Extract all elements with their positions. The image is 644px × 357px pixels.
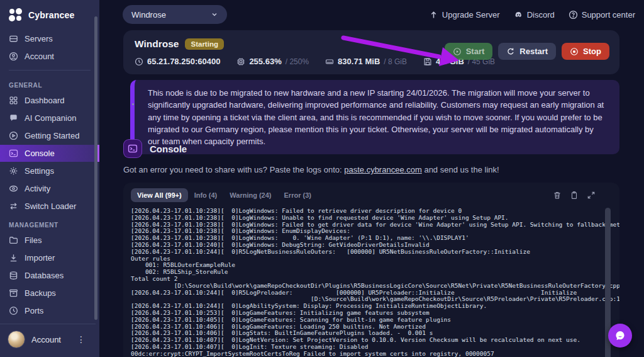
log-line: [D:\Source\Build\work\gameRepoCheckoutDi… bbox=[131, 283, 604, 290]
sidebar-item-files[interactable]: Files bbox=[0, 232, 99, 249]
sidebar-item-label: AI Companion bbox=[25, 113, 76, 123]
chat-icon bbox=[9, 113, 18, 123]
console-toolbar: View All (99+) Info (4) Warning (24) Err… bbox=[123, 183, 619, 206]
server-selector-value: Windrose bbox=[131, 10, 166, 20]
sidebar-item-label: Backups bbox=[25, 288, 56, 298]
console-panel: View All (99+) Info (4) Warning (24) Err… bbox=[123, 183, 619, 357]
help-prefix: Got an error you need to share with us? … bbox=[123, 165, 344, 174]
sidebar-item-account[interactable]: Account bbox=[0, 48, 99, 65]
support-center-label: Support center bbox=[582, 10, 635, 20]
gear-icon bbox=[9, 166, 18, 176]
swap-arrows-icon bbox=[9, 201, 18, 211]
brand-name: Cybrancee bbox=[28, 10, 74, 20]
restart-button[interactable]: Restart bbox=[498, 43, 556, 60]
sidebar-item-console[interactable]: Console bbox=[0, 145, 99, 162]
copy-icon[interactable] bbox=[570, 191, 579, 200]
stat-memory: 830.71 MiB / 8 GiB bbox=[325, 57, 407, 66]
sidebar-item-getting-started[interactable]: Getting Started bbox=[0, 127, 99, 144]
archive-icon bbox=[9, 288, 18, 298]
paste-link[interactable]: paste.cybrancee.com bbox=[344, 165, 422, 174]
paste-help-line: Got an error you need to share with us? … bbox=[123, 165, 499, 174]
tab-warning[interactable]: Warning (24) bbox=[223, 188, 277, 202]
sidebar-item-activity[interactable]: Activity bbox=[0, 180, 99, 197]
sidebar: Cybrancee Servers Account GENERAL Dashbo… bbox=[0, 0, 99, 357]
stat-ip: 65.21.78.250:60400 bbox=[135, 57, 220, 66]
start-button[interactable]: Start bbox=[445, 43, 493, 60]
sidebar-item-switch-loader[interactable]: Switch Loader bbox=[0, 198, 99, 215]
app-root: Cybrancee Servers Account GENERAL Dashbo… bbox=[0, 0, 644, 357]
notice-dot bbox=[132, 103, 134, 105]
upgrade-server-label: Upgrade Server bbox=[442, 10, 500, 20]
restart-icon bbox=[506, 47, 515, 56]
sidebar-scrollbar[interactable] bbox=[94, 16, 97, 320]
start-label: Start bbox=[466, 47, 485, 56]
brand[interactable]: Cybrancee bbox=[0, 0, 99, 30]
avatar bbox=[8, 331, 25, 348]
kebab-menu-icon[interactable]: ⋮ bbox=[74, 334, 88, 345]
log-line: 002: R5BLShip_StoreRule bbox=[131, 269, 604, 276]
migration-notice-text: This node is due to be migrated to new h… bbox=[148, 88, 604, 146]
sidebar-item-label: Account bbox=[25, 52, 54, 61]
globe-icon bbox=[9, 306, 18, 315]
sidebar-heading-general: GENERAL bbox=[0, 76, 99, 91]
sidebar-item-label: Getting Started bbox=[25, 131, 79, 140]
sidebar-item-label: Servers bbox=[25, 34, 53, 43]
server-selector-dropdown[interactable]: Windrose bbox=[123, 5, 227, 24]
sidebar-item-settings[interactable]: Settings bbox=[0, 162, 99, 179]
discord-label: Discord bbox=[527, 10, 555, 20]
sidebar-item-ai-companion[interactable]: AI Companion bbox=[0, 110, 99, 127]
tab-info[interactable]: Info (4) bbox=[188, 188, 224, 202]
sidebar-item-databases[interactable]: Databases bbox=[0, 267, 99, 284]
arrow-up-icon bbox=[429, 10, 438, 20]
discord-icon bbox=[514, 10, 523, 20]
help-suffix: and send us the link! bbox=[422, 165, 499, 174]
sidebar-item-label: Ports bbox=[25, 306, 43, 315]
sidebar-item-importer[interactable]: Importer bbox=[0, 249, 99, 266]
console-log[interactable]: [2026.04.23-17.01.10:238][ 0]LogWindows:… bbox=[123, 206, 619, 357]
log-line: [2026.04.23-17.01.10:405][ 0]LogGameFeat… bbox=[131, 317, 604, 324]
stat-cpu: 255.63% / 250% bbox=[236, 57, 309, 66]
memory-icon bbox=[325, 57, 334, 66]
chat-widget-button[interactable] bbox=[608, 324, 632, 348]
discord-link[interactable]: Discord bbox=[514, 10, 555, 20]
server-header-card: Windrose Starting 65.21.78.250:60400 255… bbox=[123, 30, 619, 74]
console-section-header: Console bbox=[123, 139, 187, 158]
eye-icon bbox=[9, 184, 18, 193]
disk-icon bbox=[423, 57, 432, 66]
stop-circle-icon bbox=[570, 47, 579, 56]
log-line: [2026.04.23-17.01.10:244][ 0]R5LogNetBus… bbox=[131, 249, 604, 256]
expand-icon[interactable] bbox=[587, 191, 596, 200]
database-icon bbox=[9, 271, 18, 280]
tab-view-all[interactable]: View All (99+) bbox=[131, 188, 188, 202]
sidebar-item-backups[interactable]: Backups bbox=[0, 285, 99, 302]
sidebar-item-ports[interactable]: Ports bbox=[0, 302, 99, 319]
power-buttons: Start Restart Stop bbox=[445, 43, 609, 60]
sidebar-item-servers[interactable]: Servers bbox=[0, 30, 99, 47]
sidebar-item-label: Settings bbox=[25, 166, 54, 176]
dashboard-icon bbox=[9, 96, 18, 105]
sidebar-item-dashboard[interactable]: Dashboard bbox=[0, 92, 99, 109]
account-footer[interactable]: Account ⋮ bbox=[0, 324, 96, 357]
status-badge: Starting bbox=[185, 38, 223, 50]
topbar-links: Upgrade Server Discord Support center bbox=[429, 0, 635, 29]
cpu-value: 255.63% bbox=[249, 57, 281, 66]
play-circle-icon bbox=[453, 47, 462, 56]
console-terminal-icon bbox=[123, 139, 142, 158]
help-circle-icon bbox=[569, 10, 578, 20]
cpu-icon bbox=[236, 57, 245, 66]
compass-icon bbox=[9, 131, 18, 140]
stop-button[interactable]: Stop bbox=[562, 43, 609, 60]
sidebar-item-label: Importer bbox=[25, 253, 55, 263]
support-center-link[interactable]: Support center bbox=[569, 10, 635, 20]
sidebar-item-label: Activity bbox=[25, 184, 50, 193]
memory-limit: / 8 GiB bbox=[384, 57, 407, 66]
user-icon bbox=[9, 52, 18, 61]
restart-label: Restart bbox=[519, 47, 548, 56]
upgrade-server-link[interactable]: Upgrade Server bbox=[429, 10, 500, 20]
sidebar-item-label: Databases bbox=[25, 271, 64, 280]
tab-error[interactable]: Error (3) bbox=[278, 188, 318, 202]
chat-bubble-icon bbox=[614, 329, 626, 342]
cpu-limit: / 250% bbox=[286, 57, 309, 66]
trash-icon[interactable] bbox=[553, 191, 562, 200]
network-icon bbox=[135, 57, 143, 66]
